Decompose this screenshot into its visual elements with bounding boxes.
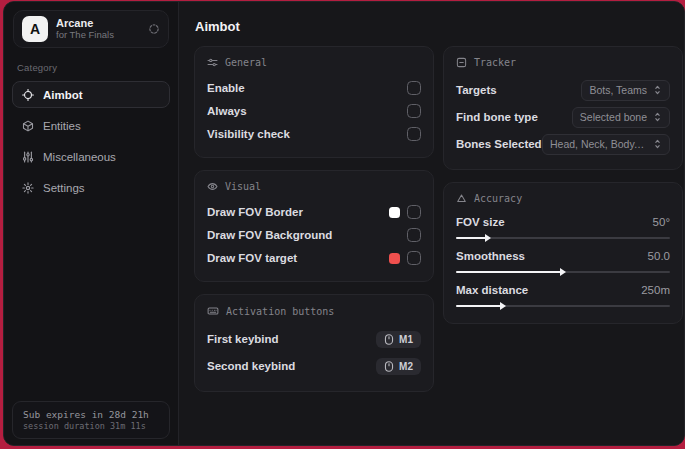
mouse-icon [384,361,394,372]
accuracy-card-title: Accuracy [474,193,522,204]
toggle-row-enable: Enable [207,77,421,99]
fov-target-color-swatch[interactable] [389,253,400,264]
fov-border-checkbox[interactable] [407,205,421,219]
always-checkbox[interactable] [407,104,421,118]
second-keybind-button[interactable]: M2 [376,358,421,375]
smoothness-slider[interactable] [456,271,670,273]
targets-dropdown[interactable]: Bots, Teams [581,80,670,101]
fov-target-checkbox[interactable] [407,251,421,265]
sidebar-item-aimbot[interactable]: Aimbot [12,81,170,108]
sub-expiry-text: Sub expires in 28d 21h [23,409,159,420]
dropdown-row-find-bone-type: Find bone type Selected bone [456,104,670,130]
subscription-info: Sub expires in 28d 21h session duration … [12,401,170,439]
smoothness-value: 50.0 [648,250,670,262]
unfold-icon [653,139,662,149]
main-panel: Aimbot General [179,2,685,445]
keybind-row-first: First keybind M1 [207,326,421,352]
slider-fill [456,305,501,307]
slider-fill [456,271,561,273]
dropdown-row-bones-selected: Bones Selected Head, Neck, Body, Pe.. [456,131,670,157]
profile-text: Arcane for The Finals [56,17,140,41]
sync-icon[interactable] [148,23,160,35]
keybind-row-second: Second keybind M2 [207,353,421,379]
enable-checkbox[interactable] [407,81,421,95]
toggle-row-fov-target: Draw FOV target [207,247,421,269]
bones-selected-dropdown[interactable]: Head, Neck, Body, Pe.. [542,134,670,155]
tracker-card-title: Tracker [474,57,516,68]
sliders-icon [22,151,34,163]
row-label: Targets [456,84,497,96]
row-label: Max distance [456,284,528,296]
toggle-row-fov-border: Draw FOV Border [207,201,421,223]
sidebar-item-miscellaneous[interactable]: Miscellaneous [12,143,170,170]
gear-icon [22,182,34,194]
mouse-icon [384,334,394,345]
row-label: First keybind [207,333,279,345]
sidebar-item-label: Miscellaneous [43,151,116,163]
row-label: Draw FOV Border [207,206,303,218]
sidebar-nav: Aimbot Entities Miscell [4,81,178,203]
visual-card-header: Visual [207,181,421,192]
row-label: Smoothness [456,250,525,262]
category-label: Category [17,62,178,73]
slider-row-max-distance: Max distance 250m [456,281,670,307]
visual-card-title: Visual [225,181,261,192]
first-keybind-button[interactable]: M1 [376,331,421,348]
row-label: Bones Selected [456,138,542,150]
general-card-header: General [207,57,421,68]
visual-card: Visual Draw FOV Border Draw FOV Backgrou… [194,170,434,282]
row-label: Find bone type [456,111,538,123]
fov-size-value: 50° [653,216,670,228]
fov-border-color-swatch[interactable] [389,207,400,218]
sidebar-item-label: Settings [43,182,85,194]
row-label: Draw FOV target [207,252,297,264]
triangle-icon [456,193,467,204]
row-label: Visibility check [207,128,290,140]
fov-size-slider[interactable] [456,237,670,239]
app-subtitle: for The Finals [56,30,140,41]
session-duration-text: session duration 31m 11s [23,421,159,431]
tracker-card: Tracker Targets Bots, Teams [443,46,683,170]
max-distance-slider[interactable] [456,305,670,307]
row-label: Enable [207,82,245,94]
unfold-icon [653,85,662,95]
sidebar-item-label: Aimbot [43,89,83,101]
keybind-value: M1 [399,334,413,345]
general-card: General Enable Always Visibility check [194,46,434,158]
slider-fill [456,237,486,239]
profile-card: A Arcane for The Finals [13,10,169,48]
row-label: Draw FOV Background [207,229,332,241]
accuracy-card-header: Accuracy [456,193,670,204]
tracker-card-header: Tracker [456,57,670,68]
toggle-row-fov-background: Draw FOV Background [207,224,421,246]
keyboard-icon [207,305,219,317]
toggle-row-always: Always [207,100,421,122]
page-title: Aimbot [195,19,683,34]
sidebar-item-entities[interactable]: Entities [12,112,170,139]
target-frame-icon [456,57,467,68]
keybind-value: M2 [399,361,413,372]
sliders-horizontal-icon [207,57,218,68]
fov-background-checkbox[interactable] [407,228,421,242]
cube-icon [22,120,34,132]
app-logo: A [22,16,48,42]
sidebar-item-settings[interactable]: Settings [12,174,170,201]
activation-card: Activation buttons First keybind M1 [194,294,434,392]
sidebar-item-label: Entities [43,120,81,132]
dropdown-value: Selected bone [580,111,647,123]
dropdown-value: Bots, Teams [589,84,647,96]
slider-row-smoothness: Smoothness 50.0 [456,247,670,273]
slider-row-fov-size: FOV size 50° [456,213,670,239]
app-name: Arcane [56,17,140,30]
row-label: Always [207,105,247,117]
sidebar: A Arcane for The Finals Category Aimbot [4,2,179,445]
max-distance-value: 250m [641,284,670,296]
crosshair-icon [22,89,34,101]
dropdown-row-targets: Targets Bots, Teams [456,77,670,103]
eye-icon [207,181,218,192]
visibility-check-checkbox[interactable] [407,127,421,141]
row-label: Second keybind [207,360,295,372]
general-card-title: General [225,57,267,68]
find-bone-type-dropdown[interactable]: Selected bone [572,107,670,128]
app-window: A Arcane for The Finals Category Aimbot [3,1,685,446]
